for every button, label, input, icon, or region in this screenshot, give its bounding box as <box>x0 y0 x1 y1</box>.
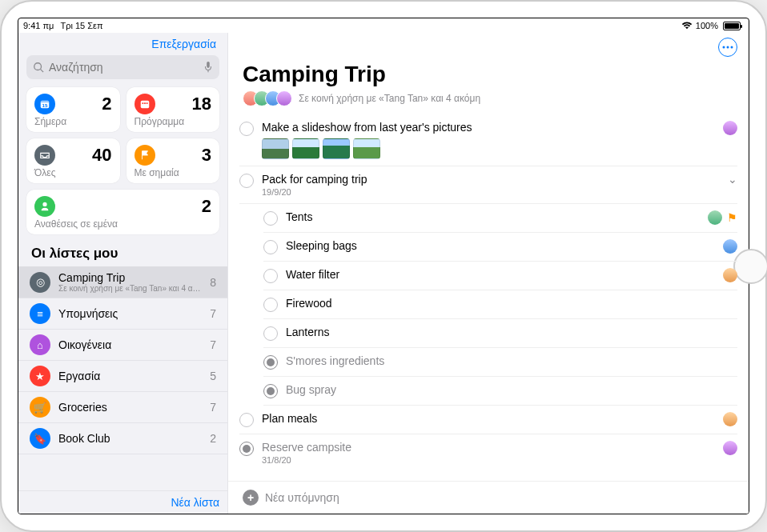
sidebar-list-item[interactable]: ⌂Οικογένεια7 <box>18 330 227 361</box>
reminder-item[interactable]: Firewood <box>263 290 737 319</box>
flag-icon <box>135 145 155 166</box>
card-assigned-count: 2 <box>202 196 211 217</box>
list-name: Οικογένεια <box>58 338 202 351</box>
sidebar-list-item[interactable]: 🛒Groceries7 <box>18 392 227 423</box>
reminder-title: Pack for camping trip <box>262 173 720 186</box>
mic-icon[interactable] <box>203 61 213 74</box>
wifi-icon <box>681 22 693 30</box>
reminder-item[interactable]: Tents⚑ <box>263 204 737 233</box>
reminder-item[interactable]: Plan meals <box>239 406 737 434</box>
list-count: 8 <box>210 276 216 289</box>
reminder-item[interactable]: S'mores ingredients <box>263 348 737 377</box>
attachment-thumbnails[interactable] <box>262 138 715 159</box>
chevron-down-icon[interactable]: ⌄ <box>728 173 737 186</box>
svg-rect-10 <box>146 102 147 104</box>
list-icon: 🛒 <box>30 397 50 418</box>
card-today-count: 2 <box>102 94 111 114</box>
svg-rect-8 <box>142 102 143 104</box>
reminder-item[interactable]: Lanterns <box>263 319 737 348</box>
completion-circle[interactable] <box>239 413 254 427</box>
new-reminder-button[interactable]: + Νέα υπόμνηση <box>228 481 749 514</box>
svg-point-14 <box>731 46 733 49</box>
search-field[interactable] <box>26 55 219 79</box>
reminder-title: Bug spray <box>286 383 729 396</box>
assignee-avatar <box>723 412 737 426</box>
card-today-label: Σήμερα <box>34 116 112 127</box>
search-input[interactable] <box>49 61 199 74</box>
list-icon: ⌂ <box>30 334 50 355</box>
completion-circle[interactable] <box>263 326 278 341</box>
completion-circle[interactable] <box>239 122 254 136</box>
shared-row[interactable]: Σε κοινή χρήση με «Tang Tan» και 4 ακόμη <box>228 89 749 114</box>
card-schedule[interactable]: 18 Πρόγραμμα <box>126 87 220 132</box>
thumbnail[interactable] <box>292 138 319 159</box>
thumbnail[interactable] <box>262 138 289 159</box>
assignee-avatar <box>708 210 722 225</box>
reminder-item[interactable]: Pack for camping trip19/9/20⌄ <box>239 166 737 204</box>
reminder-title: Tents <box>286 210 700 223</box>
completion-circle[interactable] <box>263 269 278 283</box>
completion-circle[interactable] <box>263 211 278 226</box>
shared-text: Σε κοινή χρήση με «Tang Tan» και 4 ακόμη <box>299 93 480 104</box>
list-icon: ≡ <box>30 303 50 324</box>
reminder-item[interactable]: Make a slideshow from last year's pictur… <box>239 114 737 166</box>
card-schedule-label: Πρόγραμμα <box>135 116 212 127</box>
person-icon <box>34 196 55 217</box>
reminder-item[interactable]: Bug spray <box>263 377 737 406</box>
card-all[interactable]: 40 Όλες <box>26 138 120 183</box>
sidebar-list-item[interactable]: ◎Camping TripΣε κοινή χρήση με «Tang Tan… <box>18 266 227 298</box>
list-count: 2 <box>210 432 216 445</box>
status-time: 9:41 πμ <box>23 21 54 30</box>
calendar-icon <box>135 94 155 114</box>
list-icon: 🔖 <box>30 428 50 449</box>
card-flagged-label: Με σημαία <box>135 167 212 178</box>
assignee-avatar <box>723 239 737 254</box>
completion-circle[interactable] <box>263 384 278 398</box>
list-subtitle: Σε κοινή χρήση με «Tang Tan» και 4 ακόμη <box>58 284 202 293</box>
assignee-avatar <box>723 268 737 282</box>
reminder-date: 31/8/20 <box>262 455 715 465</box>
svg-text:15: 15 <box>42 102 48 108</box>
card-flagged[interactable]: 3 Με σημαία <box>126 138 220 183</box>
list-name: Camping Trip <box>58 271 202 284</box>
completion-circle[interactable] <box>263 298 278 312</box>
new-list-button[interactable]: Νέα λίστα <box>18 490 227 514</box>
reminder-item[interactable]: Water filter <box>263 262 737 290</box>
card-flagged-count: 3 <box>202 145 211 166</box>
list-name: Εργασία <box>58 370 202 382</box>
sidebar-list-item[interactable]: ★Εργασία5 <box>18 361 227 392</box>
thumbnail[interactable] <box>323 138 350 159</box>
completion-circle[interactable] <box>239 174 254 188</box>
inbox-icon <box>34 145 55 166</box>
edit-button[interactable]: Επεξεργασία <box>26 36 219 55</box>
card-today[interactable]: 15 2 Σήμερα <box>26 87 120 132</box>
status-date: Τρι 15 Σεπ <box>60 21 102 30</box>
completion-circle[interactable] <box>263 355 278 370</box>
completion-circle[interactable] <box>263 240 278 254</box>
list-name: Book Club <box>58 432 202 445</box>
reminder-title: Lanterns <box>286 326 729 338</box>
card-assigned-label: Αναθέσεις σε εμένα <box>34 218 211 230</box>
list-title: Camping Trip <box>228 57 749 89</box>
search-icon <box>33 62 44 73</box>
list-count: 7 <box>210 401 216 414</box>
assignee-avatar <box>723 121 737 135</box>
completion-circle[interactable] <box>239 442 254 456</box>
lists-header: Οι λίστες μου <box>18 242 227 266</box>
sidebar: Επεξεργασία 15 2 Σήμερα <box>18 33 228 514</box>
svg-point-11 <box>42 202 46 206</box>
reminder-title: Water filter <box>286 268 715 281</box>
home-button[interactable] <box>733 249 767 284</box>
svg-rect-9 <box>144 102 146 104</box>
card-assigned[interactable]: 2 Αναθέσεις σε εμένα <box>26 190 219 234</box>
card-all-count: 40 <box>92 145 111 166</box>
sidebar-list-item[interactable]: ≡Υπομνήσεις7 <box>18 298 227 330</box>
thumbnail[interactable] <box>353 138 380 159</box>
battery-percent: 100% <box>696 21 718 30</box>
reminder-item[interactable]: Sleeping bags <box>263 233 737 262</box>
svg-point-12 <box>723 46 725 49</box>
reminder-item[interactable]: Reserve campsite31/8/20 <box>239 434 737 471</box>
reminder-title: Make a slideshow from last year's pictur… <box>262 121 715 134</box>
more-button[interactable] <box>718 38 737 57</box>
sidebar-list-item[interactable]: 🔖Book Club2 <box>18 423 227 454</box>
